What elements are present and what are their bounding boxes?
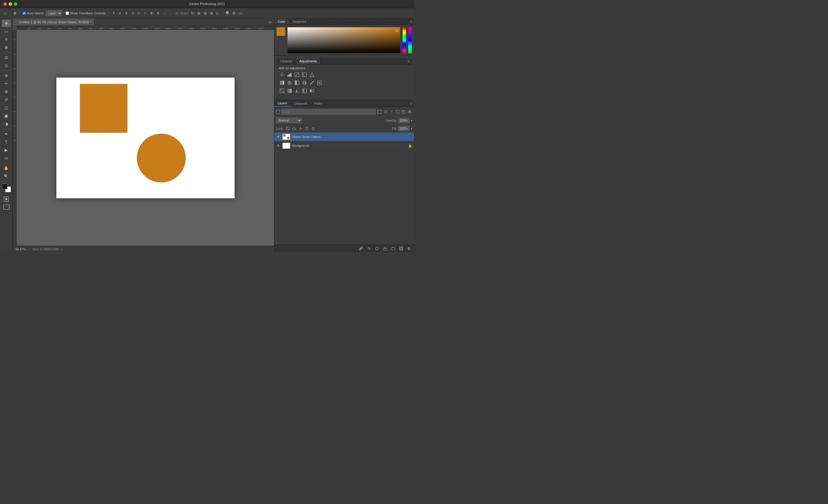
settings-icon[interactable]: ⚙ [232, 11, 237, 16]
new-layer-icon[interactable] [398, 245, 404, 252]
tool-shape[interactable]: ▭ [2, 154, 11, 162]
tool-history-brush[interactable]: ↺ [2, 96, 11, 103]
tab-libraries[interactable]: Libraries [277, 58, 296, 64]
layer-item-background[interactable]: 👁 Background 🔒 [274, 141, 414, 150]
layer-filter-type-icon[interactable]: T [389, 109, 394, 114]
align-hcenter-icon[interactable]: ⊳ [136, 10, 142, 16]
tool-clone[interactable]: ⊕ [2, 88, 11, 95]
adjustment-layer-icon[interactable] [382, 245, 388, 252]
layers-panel-menu-icon[interactable]: ☰ [410, 102, 412, 105]
hue-slider[interactable] [403, 27, 406, 53]
tool-eraser[interactable]: ◻ [2, 104, 11, 111]
adj-brightness-icon[interactable] [279, 72, 285, 78]
opacity-value[interactable]: 100% [398, 118, 410, 123]
color-spectrum-strip[interactable] [408, 27, 412, 53]
delete-layer-icon[interactable]: 🗑 [406, 245, 412, 252]
layer-visibility-bg[interactable]: 👁 [276, 143, 281, 148]
move-tool-icon[interactable]: ✥ [12, 11, 17, 16]
fill-value[interactable]: 100% [398, 126, 410, 131]
quick-mask-icon[interactable] [3, 196, 10, 203]
show-transform-checkbox[interactable] [66, 11, 69, 15]
tab-paths[interactable]: Paths [311, 100, 326, 106]
status-arrow[interactable]: › [61, 247, 63, 251]
tab-layers[interactable]: Layers [274, 100, 291, 107]
screen-mode-icon[interactable] [3, 204, 10, 211]
add-link-icon[interactable]: 🔗 [358, 245, 364, 252]
tool-eyedropper[interactable]: ⌸ [2, 62, 11, 69]
tool-crop[interactable]: ⊡ [2, 54, 11, 61]
tool-dodge[interactable]: ◑ [2, 120, 11, 128]
adj-threshold-icon[interactable] [294, 88, 300, 94]
adj-panel-menu-icon[interactable]: ☰ [407, 60, 410, 63]
maximize-button[interactable] [14, 2, 17, 6]
tab-collapse-icon[interactable]: ≫ [268, 20, 272, 25]
tool-spot-heal[interactable]: ⊗ [2, 72, 11, 79]
adj-posterize-icon[interactable] [286, 88, 293, 94]
tab-channels[interactable]: Channels [291, 100, 311, 106]
fill-dropdown-icon[interactable]: ▾ [411, 127, 412, 130]
3d-roll-icon[interactable]: ⊗ [203, 11, 208, 16]
adj-channel-mixer-icon[interactable] [309, 80, 315, 86]
tab-swatches[interactable]: Swatches [289, 18, 310, 25]
lock-all-icon[interactable] [310, 126, 316, 131]
adj-invert-icon[interactable] [279, 88, 285, 94]
adj-vibrance-icon[interactable] [309, 72, 315, 78]
tool-hand[interactable]: ✋ [2, 164, 11, 172]
close-button[interactable] [3, 2, 7, 6]
layer-filter-adjustment-icon[interactable] [383, 109, 388, 114]
canvas-viewport[interactable] [17, 30, 274, 246]
add-mask-icon[interactable] [374, 245, 380, 252]
tool-move[interactable]: ✥ [2, 19, 11, 27]
tool-path-select[interactable]: ▶ [2, 146, 11, 154]
adj-color-lookup-icon[interactable] [316, 80, 323, 86]
search-icon[interactable]: 🔍 [225, 11, 231, 16]
tool-zoom[interactable]: 🔍 [2, 172, 11, 180]
lock-transparent-icon[interactable] [285, 126, 290, 131]
canvas-tab[interactable]: × Untitled-1 @ 66.7% (Vector Smart Objec… [13, 18, 94, 26]
tool-rect-select[interactable]: ▭ [2, 28, 11, 35]
adj-black-white-icon[interactable] [294, 80, 300, 86]
3d-rotate-icon[interactable]: ↻ [190, 11, 195, 16]
view-icon[interactable]: ▭ [238, 11, 243, 16]
lock-position-icon[interactable] [298, 126, 303, 131]
3d-drag-icon[interactable]: ⊘ [209, 11, 214, 16]
color-panel-menu-icon[interactable]: ☰ [410, 20, 412, 23]
auto-select-layer-select[interactable]: Layer [45, 10, 62, 16]
tab-adjustments[interactable]: Adjustments [296, 58, 321, 64]
tab-color[interactable]: Color [274, 18, 289, 25]
blend-mode-select[interactable]: Normal [276, 118, 302, 123]
adj-levels-icon[interactable] [286, 72, 293, 78]
layers-search-input[interactable] [281, 109, 376, 114]
foreground-color-swatch[interactable] [2, 184, 7, 189]
layer-filter-smart-icon[interactable] [401, 109, 406, 114]
home-icon[interactable]: ⌂ [2, 11, 7, 16]
adj-hue-sat-icon[interactable] [279, 80, 285, 86]
adj-exposure-icon[interactable] [301, 72, 307, 78]
adj-color-balance-icon[interactable] [286, 80, 293, 86]
align-right-icon[interactable]: ⊱ [142, 10, 148, 16]
align-vcenter-icon[interactable]: ⊟ [117, 10, 123, 16]
new-group-icon[interactable] [390, 245, 396, 252]
align-top-icon[interactable]: ⊼ [111, 10, 116, 16]
layer-filter-pixel-icon[interactable] [377, 109, 382, 114]
tool-pen[interactable]: ✒ [2, 130, 11, 138]
auto-select-checkbox[interactable] [23, 11, 26, 15]
tool-gradient[interactable]: ▣ [2, 112, 11, 120]
align-bottom-icon[interactable]: ⊻ [123, 10, 129, 16]
tab-close-icon[interactable]: × [15, 20, 17, 24]
color-gradient-picker[interactable] [288, 27, 400, 53]
active-color-swatch[interactable] [277, 27, 285, 36]
adj-selective-color-icon[interactable] [301, 88, 307, 94]
adj-curves-icon[interactable] [294, 72, 300, 78]
adj-gradient-map-icon[interactable] [309, 88, 315, 94]
tool-brush[interactable]: ✏ [2, 80, 11, 87]
opacity-dropdown-icon[interactable]: ▾ [411, 119, 412, 122]
layer-visibility-vso[interactable]: 👁 [276, 134, 281, 139]
layer-item-vector-smart-object[interactable]: 👁 Vector Smart Object [274, 133, 414, 141]
more-options-button[interactable]: ··· [162, 11, 168, 16]
tool-lasso[interactable]: ⊘ [2, 36, 11, 43]
lock-image-icon[interactable] [292, 126, 297, 131]
3d-slide-icon[interactable]: ▷ [215, 11, 220, 16]
tool-type[interactable]: T [2, 138, 11, 146]
3d-pan-icon[interactable]: ⊕ [196, 11, 202, 16]
